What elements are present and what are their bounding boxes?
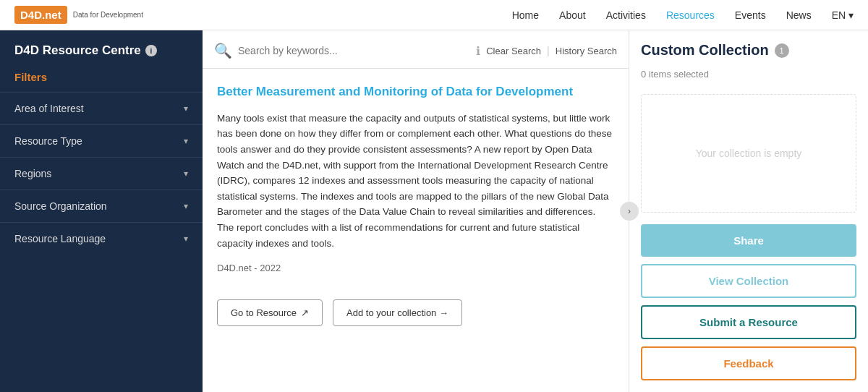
nav-news[interactable]: News bbox=[786, 9, 812, 21]
action-buttons: Go to Resource ↗ Add to your collection … bbox=[203, 299, 629, 341]
chevron-down-icon: ▾ bbox=[184, 201, 188, 211]
search-bar: 🔍 ℹ Clear Search | History Search bbox=[203, 30, 629, 69]
go-to-resource-button[interactable]: Go to Resource ↗ bbox=[217, 299, 323, 326]
expand-arrow[interactable]: › bbox=[620, 202, 639, 221]
info-icon[interactable]: i bbox=[145, 45, 157, 56]
nav-events[interactable]: Events bbox=[735, 9, 766, 21]
nav-home[interactable]: Home bbox=[512, 9, 539, 21]
add-to-collection-button[interactable]: Add to your collection → bbox=[333, 299, 462, 326]
sidebar: D4D Resource Centre i Filters Area of In… bbox=[0, 30, 203, 392]
main-content: 🔍 ℹ Clear Search | History Search Better… bbox=[203, 30, 629, 392]
chevron-down-icon: ▾ bbox=[184, 234, 188, 244]
filters-label: Filters bbox=[0, 65, 203, 92]
resource-title[interactable]: Better Measurement and Monitoring of Dat… bbox=[217, 83, 614, 101]
sidebar-title: D4D Resource Centre i bbox=[0, 30, 203, 65]
collection-header: Custom Collection 1 bbox=[641, 42, 856, 59]
collection-badge: 1 bbox=[775, 43, 789, 58]
chevron-down-icon: ▾ bbox=[184, 103, 188, 114]
nav-activities[interactable]: Activities bbox=[606, 9, 646, 21]
search-icon: 🔍 bbox=[214, 42, 232, 59]
chevron-down-icon: ▾ bbox=[184, 136, 188, 146]
history-search-button[interactable]: History Search bbox=[556, 46, 617, 56]
filter-source-organization[interactable]: Source Organization ▾ bbox=[0, 189, 203, 222]
nav-resources[interactable]: Resources bbox=[666, 9, 715, 21]
divider: | bbox=[547, 45, 550, 56]
logo-sub: Data for Development bbox=[73, 11, 143, 19]
filter-area-of-interest[interactable]: Area of Interest ▾ bbox=[0, 92, 203, 124]
main-layout: D4D Resource Centre i Filters Area of In… bbox=[0, 30, 868, 392]
nav-about[interactable]: About bbox=[559, 9, 586, 21]
filter-resource-type[interactable]: Resource Type ▾ bbox=[0, 124, 203, 157]
collection-title: Custom Collection bbox=[641, 42, 769, 59]
resource-meta: D4D.net - 2022 bbox=[217, 263, 614, 273]
logo-area: D4D.net Data for Development bbox=[14, 6, 143, 24]
lang-selector[interactable]: EN ▾ bbox=[832, 9, 854, 21]
collection-subtitle: 0 items selected bbox=[641, 69, 856, 80]
right-panel: Custom Collection 1 0 items selected You… bbox=[629, 30, 868, 392]
filter-regions[interactable]: Regions ▾ bbox=[0, 157, 203, 189]
logo-text: D4D.net bbox=[20, 9, 61, 21]
top-nav: D4D.net Data for Development Home About … bbox=[0, 0, 868, 30]
filter-resource-language[interactable]: Resource Language ▾ bbox=[0, 222, 203, 255]
resource-card: Better Measurement and Monitoring of Dat… bbox=[203, 69, 629, 299]
resource-body: Many tools exist that measure the capaci… bbox=[217, 111, 614, 251]
info-icon[interactable]: ℹ bbox=[476, 44, 480, 58]
view-collection-button[interactable]: View Collection bbox=[641, 264, 856, 298]
logo-box: D4D.net bbox=[14, 6, 67, 24]
chevron-down-icon: ▾ bbox=[184, 169, 188, 179]
search-input[interactable] bbox=[238, 42, 470, 59]
external-link-icon: ↗ bbox=[301, 307, 309, 318]
share-button[interactable]: Share bbox=[641, 224, 856, 257]
clear-search-button[interactable]: Clear Search bbox=[486, 46, 541, 56]
feedback-button[interactable]: Feedback bbox=[641, 346, 856, 380]
collection-empty-state: Your collection is empty bbox=[641, 94, 856, 213]
nav-links: Home About Activities Resources Events N… bbox=[512, 9, 854, 21]
submit-resource-button[interactable]: Submit a Resource bbox=[641, 305, 856, 339]
